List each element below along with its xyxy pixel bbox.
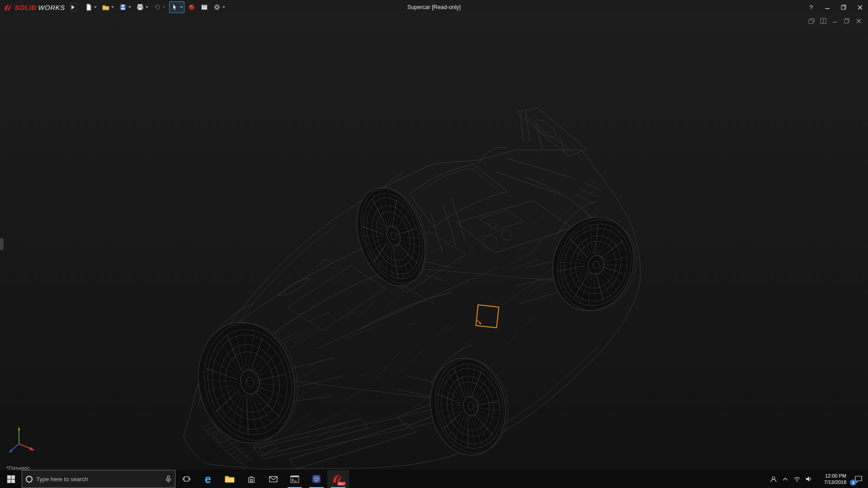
options-button[interactable]	[212, 1, 227, 13]
hidden-icons-chevron-icon[interactable]	[779, 470, 791, 488]
suspension-links	[276, 258, 570, 403]
wheel-front-right	[423, 352, 515, 461]
save-icon	[119, 4, 127, 11]
print-icon	[137, 4, 144, 11]
new-document-icon	[85, 4, 92, 11]
close-button[interactable]	[852, 0, 868, 14]
edge-icon: e	[205, 474, 211, 485]
volume-icon[interactable]	[803, 470, 815, 488]
doc-close-button[interactable]	[854, 17, 863, 24]
mail-icon	[269, 476, 278, 483]
chevron-down-icon	[163, 6, 165, 8]
wheel-front-left	[187, 313, 309, 452]
view-orientation-label: *Dimetric	[6, 465, 30, 470]
main-toolbar	[83, 1, 227, 13]
chevron-down-icon	[94, 6, 97, 8]
wireframe-model[interactable]	[184, 108, 648, 469]
clock-date: 7/13/2018	[824, 479, 846, 485]
taskbar-item-edge[interactable]: e	[197, 470, 219, 488]
select-cursor-icon	[171, 4, 178, 11]
doc-restore-button[interactable]	[843, 17, 851, 24]
taskbar-search[interactable]	[22, 470, 175, 488]
new-document-button[interactable]	[83, 1, 99, 13]
toolbar-expand-button[interactable]	[70, 3, 77, 12]
microphone-icon[interactable]	[165, 475, 171, 483]
appearance-sphere-icon	[188, 4, 195, 11]
task-view-button[interactable]	[175, 470, 197, 488]
solidworks-2017-icon: 2017	[332, 473, 344, 485]
people-icon[interactable]	[768, 470, 779, 488]
taskbar-item-file-explorer[interactable]	[219, 470, 241, 488]
cascade-windows-icon	[808, 18, 815, 24]
brand-works-label: WORKS	[38, 4, 65, 11]
engine-bay	[430, 199, 572, 253]
titlebar: Supercar [Read-only] SOLIDWORKS	[0, 0, 868, 14]
doc-tile-button[interactable]	[819, 17, 827, 24]
selection-highlight-box[interactable]	[476, 305, 499, 328]
taskbar-clock[interactable]: 12:00 PM 7/13/2018	[815, 470, 849, 488]
save-button[interactable]	[118, 1, 133, 13]
minimize-button[interactable]	[819, 0, 835, 14]
orientation-triad	[9, 427, 35, 453]
windows-logo-icon	[7, 475, 15, 483]
solidworks-window: Supercar [Read-only] SOLIDWORKS	[0, 0, 868, 488]
sheet-icon	[201, 4, 208, 11]
restore-button[interactable]	[835, 0, 852, 14]
task-view-icon	[183, 475, 190, 483]
print-button[interactable]	[135, 1, 150, 13]
wheel-rear-left	[345, 178, 439, 295]
viewport-canvas[interactable]: *Dimetric	[0, 14, 868, 470]
open-folder-icon	[102, 4, 109, 11]
file-explorer-icon	[225, 475, 235, 483]
select-tool-button[interactable]	[169, 1, 184, 13]
close-icon	[858, 5, 863, 10]
solidworks-year-badge: 2017	[337, 482, 345, 486]
cortana-icon	[26, 476, 33, 483]
rear-wing	[516, 108, 587, 156]
properties-sheet-button[interactable]	[199, 1, 210, 13]
wireframe-scene[interactable]	[0, 14, 868, 470]
chevron-down-icon	[128, 6, 131, 8]
3d-viewer-icon	[312, 474, 321, 483]
chevron-down-icon	[111, 6, 114, 8]
doc-minimize-button[interactable]	[831, 17, 839, 24]
taskbar-item-mail[interactable]	[262, 470, 284, 488]
gear-icon	[213, 4, 221, 11]
tile-windows-icon	[820, 18, 826, 24]
document-window-controls	[807, 17, 863, 24]
minimize-icon	[832, 18, 838, 23]
help-button[interactable]: ?	[803, 0, 819, 14]
taskbar: e	[0, 470, 868, 488]
open-button[interactable]	[100, 1, 116, 13]
restore-icon	[844, 18, 849, 23]
search-input[interactable]	[36, 476, 162, 483]
chevron-down-icon	[222, 6, 225, 8]
brand-solid-label: SOLID	[14, 4, 36, 11]
viewport-edge-tab[interactable]	[0, 238, 4, 250]
action-center-button[interactable]: 3	[849, 470, 868, 488]
solidworks-logo: SOLIDWORKS	[0, 3, 70, 11]
undo-icon	[154, 4, 161, 11]
expand-arrow-icon	[71, 5, 75, 9]
chevron-down-icon	[146, 6, 148, 8]
appearance-button[interactable]	[186, 1, 197, 13]
doc-cascade-button[interactable]	[807, 17, 816, 24]
minimize-icon	[825, 5, 830, 10]
command-prompt-icon	[290, 475, 299, 483]
chevron-down-icon	[180, 6, 183, 8]
taskbar-item-store[interactable]	[241, 470, 262, 488]
network-icon[interactable]	[791, 470, 803, 488]
undo-button[interactable]	[152, 1, 167, 13]
close-icon	[856, 19, 861, 23]
taskbar-item-solidworks[interactable]: 2017	[327, 470, 349, 488]
store-icon	[247, 475, 255, 483]
clock-time: 12:00 PM	[825, 473, 846, 479]
solidworks-swoosh-icon	[4, 3, 13, 11]
restore-icon	[841, 5, 846, 10]
taskbar-item-3d-viewer[interactable]	[306, 470, 327, 488]
start-button[interactable]	[0, 470, 22, 488]
notification-badge: 3	[850, 479, 856, 486]
taskbar-item-command-prompt[interactable]	[284, 470, 306, 488]
window-controls: ?	[803, 0, 868, 14]
system-tray: 12:00 PM 7/13/2018 3	[768, 470, 868, 488]
